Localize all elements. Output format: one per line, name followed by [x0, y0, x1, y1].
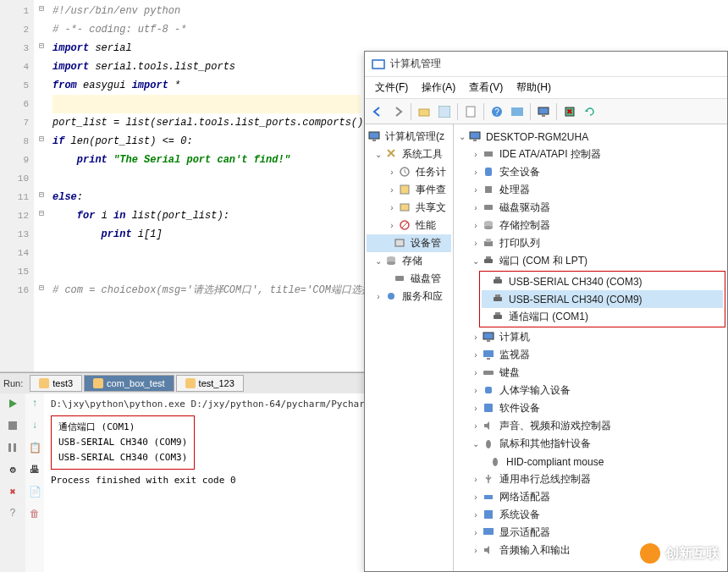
code-line[interactable]: [52, 169, 361, 188]
tree-item-ports[interactable]: ⌄端口 (COM 和 LPT): [455, 252, 725, 270]
fold-toggle[interactable]: ⊟: [34, 205, 49, 223]
trash-icon[interactable]: 🗑: [28, 507, 41, 520]
view-icon[interactable]: [435, 102, 454, 121]
code-line[interactable]: [52, 262, 361, 281]
chevron-right-icon[interactable]: ›: [471, 333, 481, 343]
chevron-right-icon[interactable]: ›: [471, 168, 481, 178]
tree-item[interactable]: ›通用串行总线控制器: [455, 470, 725, 488]
code-line[interactable]: print i[1]: [52, 225, 361, 244]
chevron-down-icon[interactable]: ⌄: [373, 256, 383, 267]
chevron-right-icon[interactable]: ›: [471, 185, 481, 195]
fold-toggle[interactable]: ⊟: [34, 37, 49, 56]
chevron-down-icon[interactable]: ⌄: [457, 132, 467, 142]
chevron-down-icon[interactable]: ⌄: [471, 439, 481, 449]
chevron-right-icon[interactable]: ›: [471, 421, 481, 432]
cm-menu-item[interactable]: 操作(A): [416, 79, 461, 96]
chevron-right-icon[interactable]: ›: [471, 150, 481, 160]
fold-column[interactable]: ⊟⊟⊟⊟⊟⊟: [34, 0, 49, 371]
code-editor[interactable]: 12345678910111213141516 ⊟⊟⊟⊟⊟⊟ #!/usr/bi…: [0, 0, 364, 372]
chevron-right-icon[interactable]: ›: [387, 221, 397, 231]
tree-item-device-manager[interactable]: 设备管: [367, 234, 451, 252]
tree-item[interactable]: ›系统设备: [455, 506, 725, 524]
cm-left-tree[interactable]: 计算机管理(z⌄系统工具›任务计›事件查›共享文›性能设备管⌄存储磁盘管›服务和…: [365, 124, 454, 571]
tree-item[interactable]: ›服务和应: [367, 288, 451, 305]
chevron-right-icon[interactable]: ›: [471, 510, 481, 520]
tree-item[interactable]: ›共享文: [367, 199, 451, 217]
code-line[interactable]: if len(port_list) <= 0:: [52, 132, 361, 151]
tree-item-com-port[interactable]: USB-SERIAL CH340 (COM9): [482, 290, 723, 308]
chevron-right-icon[interactable]: ›: [471, 368, 481, 378]
code-line[interactable]: #!/usr/bin/env python: [52, 2, 361, 20]
tree-item[interactable]: ›性能: [367, 217, 451, 234]
forward-icon[interactable]: [389, 102, 407, 121]
stop-icon[interactable]: [6, 419, 19, 432]
code-line[interactable]: for i in list(port_list):: [52, 206, 361, 225]
fold-toggle[interactable]: [34, 242, 49, 261]
back-icon[interactable]: [368, 102, 387, 121]
fold-toggle[interactable]: ⊟: [34, 279, 49, 298]
chevron-right-icon[interactable]: ›: [471, 203, 481, 213]
tree-item[interactable]: ›安全设备: [455, 163, 725, 181]
fold-toggle[interactable]: [34, 56, 49, 74]
tree-item[interactable]: ›处理器: [455, 181, 725, 199]
fold-toggle[interactable]: [34, 74, 49, 93]
fold-toggle[interactable]: [34, 112, 49, 130]
tree-item[interactable]: 磁盘管: [367, 270, 451, 288]
chevron-right-icon[interactable]: ›: [471, 239, 481, 249]
fold-toggle[interactable]: [34, 149, 49, 168]
tree-item[interactable]: ›监视器: [455, 346, 725, 364]
code-line[interactable]: port_list = list(serial.tools.list_ports…: [52, 113, 361, 132]
cm-device-tree[interactable]: ⌄DESKTOP-RGM2UHA›IDE ATA/ATAPI 控制器›安全设备›…: [454, 124, 727, 571]
print-icon[interactable]: 🖶: [28, 463, 41, 476]
code-line[interactable]: from easygui import *: [52, 76, 361, 95]
code-line[interactable]: # com = choicebox(msg='请选择COM口', title='…: [52, 281, 361, 300]
tree-item[interactable]: ›声音、视频和游戏控制器: [455, 417, 725, 435]
chevron-right-icon[interactable]: ›: [471, 221, 481, 231]
up-icon[interactable]: ↑: [28, 397, 41, 410]
tree-item[interactable]: ›网络适配器: [455, 488, 725, 506]
chevron-right-icon[interactable]: ›: [471, 528, 481, 538]
tree-item-root[interactable]: ⌄DESKTOP-RGM2UHA: [455, 128, 725, 146]
chevron-right-icon[interactable]: ›: [387, 185, 397, 195]
tree-item-com-port[interactable]: 通信端口 (COM1): [482, 308, 723, 326]
settings-icon[interactable]: ⚙: [6, 463, 19, 476]
tree-item[interactable]: HID-compliant mouse: [455, 453, 725, 470]
refresh-icon[interactable]: [581, 102, 599, 121]
tree-item[interactable]: ›键盘: [455, 364, 725, 382]
chevron-down-icon[interactable]: ⌄: [373, 150, 383, 160]
run-tab-test_123[interactable]: test_123: [176, 375, 244, 392]
fold-toggle[interactable]: [34, 19, 49, 37]
code-line[interactable]: print "The Serial port can't find!": [52, 151, 361, 169]
pause-icon[interactable]: [6, 441, 19, 454]
chevron-down-icon[interactable]: ⌄: [471, 256, 481, 267]
run-console[interactable]: D:\jxy\python\python.exe D:/jxy/python-6…: [44, 393, 364, 572]
tree-item[interactable]: 计算机管理(z: [367, 128, 451, 146]
fold-toggle[interactable]: ⊟: [34, 0, 49, 19]
app-icon[interactable]: [508, 102, 527, 121]
chevron-right-icon[interactable]: ›: [471, 350, 481, 360]
chevron-right-icon[interactable]: ›: [471, 475, 481, 485]
tree-item[interactable]: ›存储控制器: [455, 217, 725, 234]
properties-icon[interactable]: [461, 102, 480, 121]
tree-item-mouse[interactable]: ⌄鼠标和其他指针设备: [455, 435, 725, 453]
help-icon[interactable]: ?: [6, 507, 19, 520]
close-icon[interactable]: ✖: [6, 485, 19, 498]
chevron-right-icon[interactable]: ›: [387, 203, 397, 213]
chevron-right-icon[interactable]: ›: [373, 292, 383, 302]
tree-item-com-port[interactable]: USB-SERIAL CH340 (COM3): [482, 272, 723, 290]
up-folder-icon[interactable]: [415, 102, 433, 121]
clear-icon[interactable]: 📄: [28, 485, 41, 498]
chevron-right-icon[interactable]: ›: [471, 492, 481, 503]
help-icon[interactable]: ?: [488, 102, 506, 121]
cm-titlebar[interactable]: 计算机管理: [365, 52, 727, 77]
tree-item[interactable]: ›任务计: [367, 163, 451, 181]
tree-item[interactable]: ›计算机: [455, 328, 725, 346]
code-line[interactable]: [52, 95, 361, 113]
tree-item[interactable]: ›IDE ATA/ATAPI 控制器: [455, 146, 725, 163]
code-line[interactable]: # -*- coding: utf-8 -*: [52, 20, 361, 39]
run-tab-test3[interactable]: test3: [30, 375, 82, 392]
fold-toggle[interactable]: [34, 261, 49, 279]
tree-item[interactable]: ›人体学输入设备: [455, 382, 725, 399]
fold-toggle[interactable]: ⊟: [34, 186, 49, 205]
fold-toggle[interactable]: [34, 93, 49, 112]
